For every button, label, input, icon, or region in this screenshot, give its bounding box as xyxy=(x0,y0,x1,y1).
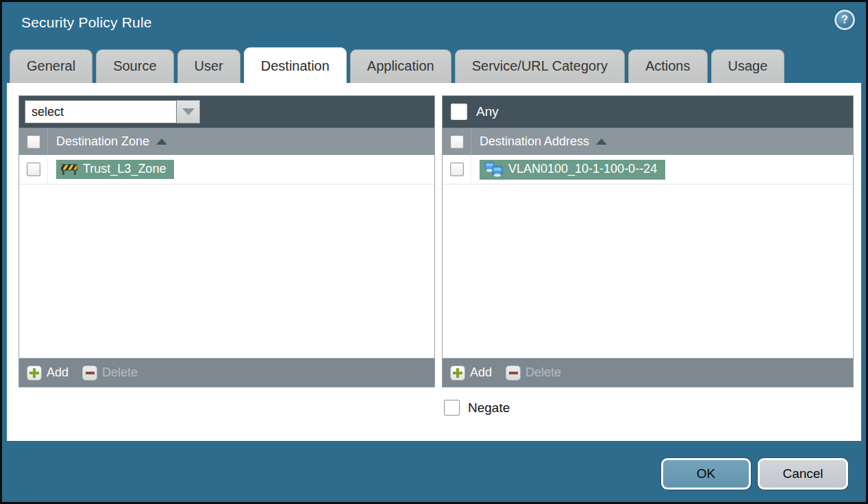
any-checkbox[interactable] xyxy=(451,104,467,120)
any-option: Any xyxy=(448,104,499,120)
negate-checkbox[interactable] xyxy=(444,400,460,416)
tab-usage[interactable]: Usage xyxy=(711,49,785,83)
tab-application[interactable]: Application xyxy=(350,49,451,83)
negate-label: Negate xyxy=(468,400,510,416)
zone-column-title[interactable]: Destination Zone xyxy=(48,134,167,149)
zone-entry-label: Trust_L3_Zone xyxy=(83,162,166,176)
zone-rows-area: Trust_L3_Zone xyxy=(19,155,434,358)
address-entry-label: VLAN0100_10-1-100-0--24 xyxy=(508,162,657,176)
address-column-label: Destination Address xyxy=(480,134,589,149)
table-row: Trust_L3_Zone xyxy=(19,155,434,184)
address-entry-vlan0100[interactable]: VLAN0100_10-1-100-0--24 xyxy=(480,160,665,180)
help-icon[interactable]: ? xyxy=(834,10,855,30)
zone-add-button[interactable]: Add xyxy=(27,365,69,381)
zone-panel-footer: Add Delete xyxy=(19,358,434,387)
address-row-checkbox[interactable] xyxy=(450,163,464,176)
zone-select-all-cell xyxy=(19,128,48,155)
add-plus-icon xyxy=(27,365,42,381)
sort-ascending-icon xyxy=(156,139,167,145)
delete-minus-icon xyxy=(82,365,97,381)
zone-entry-trust-l3-zone[interactable]: Trust_L3_Zone xyxy=(56,160,174,179)
address-rows-area: VLAN0100_10-1-100-0--24 xyxy=(443,155,853,358)
destination-zone-panel: select Destination Zone xyxy=(18,95,435,387)
address-panel-toolbar: Any xyxy=(443,96,853,128)
dialog-title: Security Policy Rule xyxy=(21,14,152,31)
tab-destination[interactable]: Destination xyxy=(244,47,347,85)
zone-barrier-icon xyxy=(61,163,77,176)
tab-actions[interactable]: Actions xyxy=(628,49,708,83)
zone-type-select-value[interactable]: select xyxy=(25,100,177,123)
destination-tab-content: select Destination Zone xyxy=(7,83,861,441)
zone-row-checkbox-cell xyxy=(19,155,48,184)
tab-source[interactable]: Source xyxy=(96,49,173,83)
title-bar: Security Policy Rule ? xyxy=(2,2,866,43)
negate-option: Negate xyxy=(444,400,510,416)
zone-row-checkbox[interactable] xyxy=(27,163,40,176)
address-add-button[interactable]: Add xyxy=(450,365,492,381)
delete-minus-icon xyxy=(506,365,521,381)
tab-service-url-category[interactable]: Service/URL Category xyxy=(455,49,625,83)
address-delete-button[interactable]: Delete xyxy=(506,365,561,381)
destination-address-panel: Any Destination Address xyxy=(442,95,854,387)
zone-column-header-row: Destination Zone xyxy=(19,128,434,155)
cancel-button[interactable]: Cancel xyxy=(758,458,848,490)
add-plus-icon xyxy=(450,365,465,381)
address-select-all-cell xyxy=(443,128,471,155)
tab-general[interactable]: General xyxy=(10,49,92,83)
security-policy-rule-dialog: Security Policy Rule ? General Source Us… xyxy=(0,0,868,504)
network-address-icon xyxy=(484,162,503,177)
zone-select-all-checkbox[interactable] xyxy=(27,135,40,149)
zone-panel-toolbar: select xyxy=(19,96,434,128)
sort-ascending-icon xyxy=(596,139,607,145)
tab-user[interactable]: User xyxy=(177,49,240,83)
table-row: VLAN0100_10-1-100-0--24 xyxy=(443,155,853,184)
ok-button[interactable]: OK xyxy=(661,458,751,490)
tab-bar: General Source User Destination Applicat… xyxy=(10,46,858,83)
any-label: Any xyxy=(476,104,499,119)
zone-type-select-arrow-button[interactable] xyxy=(177,100,200,123)
address-column-header-row: Destination Address xyxy=(443,128,853,155)
address-select-all-checkbox[interactable] xyxy=(450,135,464,149)
zone-delete-button[interactable]: Delete xyxy=(82,365,138,381)
address-column-title[interactable]: Destination Address xyxy=(471,134,607,149)
zone-type-select[interactable]: select xyxy=(25,100,200,123)
address-row-checkbox-cell xyxy=(443,155,471,184)
address-panel-footer: Add Delete xyxy=(443,358,853,387)
chevron-down-icon xyxy=(182,108,195,115)
zone-column-label: Destination Zone xyxy=(56,134,149,149)
